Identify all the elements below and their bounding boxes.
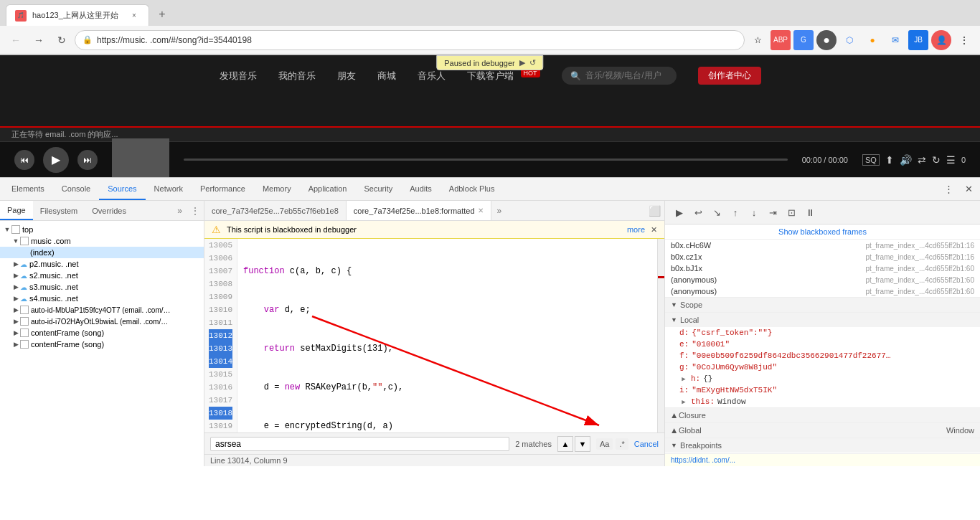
ext-button-3[interactable]: ● (862, 30, 882, 50)
local-f[interactable]: f: "00e0b509f6259df8642dbc35662901477df2… (665, 350, 980, 361)
tab-network[interactable]: Network (146, 178, 192, 200)
code-tab-2-close[interactable]: ✕ (478, 207, 484, 214)
local-g[interactable]: g: "0CoJUm6Qyw8W8jud" (665, 361, 980, 373)
devtools-settings-button[interactable]: ⋮ (940, 181, 957, 198)
local-this-expand[interactable]: ▶ (679, 398, 688, 406)
search-regex-button[interactable]: .* (616, 438, 628, 450)
local-e[interactable]: e: "010001" (665, 339, 980, 350)
tree-top[interactable]: ▼ top (0, 224, 204, 235)
progress-bar[interactable] (184, 159, 788, 161)
search-next-button[interactable]: ▼ (575, 436, 590, 452)
share-icon[interactable]: ⬆ (885, 154, 894, 166)
tab-close-button[interactable]: × (128, 10, 140, 22)
file-panel-tab-filesystem[interactable]: Filesystem (33, 201, 85, 220)
tree-music-com[interactable]: ▼ music .com (0, 235, 204, 247)
tab-console[interactable]: Console (53, 178, 99, 200)
local-header[interactable]: ▼ Local (665, 313, 980, 327)
tab-security[interactable]: Security (355, 178, 401, 200)
creator-btn[interactable]: 创作者中心 (698, 67, 761, 85)
file-panel-tab-page[interactable]: Page (0, 201, 33, 220)
active-tab[interactable]: 🎵 hao123_上网从这里开始 × (6, 4, 149, 26)
callstack-b0x-cHc6W[interactable]: b0x.cHc6W pt_frame_index_...4cd655ff2b1:… (665, 240, 980, 251)
prev-button[interactable]: ⏮ (14, 150, 34, 170)
breakpoints-header[interactable]: ▼ Breakpoints (665, 438, 980, 453)
ext-button-4[interactable]: ✉ (885, 30, 905, 50)
tree-s4[interactable]: ▶ ☁ s4.music. .net (0, 293, 204, 304)
closure-header[interactable]: ▶ Closure (665, 408, 980, 422)
tree-autoid-i7[interactable]: ▶ auto-id-i7O2HAyOtL9bwiaL (email. .com/… (0, 316, 204, 327)
file-panel-action[interactable]: ⋮ (187, 201, 204, 220)
reload-button[interactable]: ↻ (52, 30, 72, 50)
code-tab-2[interactable]: core_7a734ef25e...b1e8:formatted ✕ (347, 201, 491, 220)
tab-performance[interactable]: Performance (192, 178, 254, 200)
new-tab-button[interactable]: + (152, 4, 172, 24)
back-button[interactable]: ← (6, 30, 26, 50)
blackbox-more-link[interactable]: more (627, 225, 645, 234)
local-h-expand[interactable]: ▶ (679, 375, 688, 383)
local-i[interactable]: i: "mEXygHtNW5dxT5IK" (665, 384, 980, 396)
translate-button[interactable]: G (793, 30, 814, 50)
local-h[interactable]: ▶ h: {} (665, 373, 980, 384)
tree-checkbox-mb[interactable] (20, 306, 29, 314)
search-case-button[interactable]: Aa (596, 438, 613, 450)
step-over-icon[interactable]: ↺ (529, 58, 536, 67)
search-cancel-button[interactable]: Cancel (634, 440, 659, 448)
debug-step-button[interactable]: ↓ (745, 204, 763, 221)
code-content[interactable]: function c(a, b, c) { var d, e; return s… (237, 239, 664, 432)
search-input[interactable] (210, 437, 509, 451)
blackbox-frames-link[interactable]: Show blackboxed frames (665, 224, 980, 240)
code-tab-more[interactable]: » (491, 206, 508, 216)
tree-checkbox-top[interactable] (11, 225, 20, 234)
tree-checkbox-cf2[interactable] (20, 340, 29, 349)
debug-resume-button[interactable]: ▶ (671, 204, 688, 221)
scope-header[interactable]: ▼ Scope (665, 298, 980, 312)
menu-button[interactable]: ⋮ (954, 30, 974, 50)
nav-musician[interactable]: 音乐人 (418, 70, 446, 82)
local-this[interactable]: ▶ this: Window (665, 396, 980, 407)
forward-button[interactable]: → (29, 30, 49, 50)
nav-download[interactable]: 下载客户端 (467, 70, 514, 82)
file-panel-more[interactable]: » (173, 201, 187, 220)
callstack-b0x-bJ1x[interactable]: b0x.bJ1x pt_frame_index_...4cd655ff2b1:6… (665, 263, 980, 274)
code-tab-1[interactable]: core_7a734ef25e...7eb55c7f6eb1e8 (204, 201, 347, 220)
local-d[interactable]: d: {"csrf_token":""} (665, 327, 980, 339)
tree-s3[interactable]: ▶ ☁ s3.music. .net (0, 281, 204, 293)
jb-button[interactable]: JB (908, 30, 928, 50)
debug-stepover-button[interactable]: ↩ (689, 204, 707, 221)
debug-async-button[interactable]: ⏸ (801, 204, 819, 221)
tab-elements[interactable]: Elements (3, 178, 53, 200)
callstack-b0x-cz1x[interactable]: b0x.cz1x pt_frame_index_...4cd655ff2b1:1… (665, 251, 980, 263)
nav-shop[interactable]: 商城 (377, 70, 396, 82)
global-header[interactable]: ▶ Global Window (665, 423, 980, 438)
volume-icon[interactable]: 🔊 (900, 154, 912, 166)
debug-stepinto-button[interactable]: ↘ (708, 204, 725, 221)
tab-sources[interactable]: Sources (99, 178, 145, 200)
debug-stepout-button[interactable]: ↑ (727, 204, 744, 221)
tree-s2[interactable]: ▶ ☁ s2.music. .net (0, 270, 204, 281)
tab-adblock[interactable]: Adblock Plus (440, 178, 504, 200)
address-bar[interactable]: 🔒 https://music. .com/#/song?id=35440198 (75, 30, 745, 50)
tab-audits[interactable]: Audits (401, 178, 440, 200)
shuffle-icon[interactable]: ⇄ (918, 154, 926, 166)
next-button[interactable]: ⏭ (77, 150, 98, 170)
tree-index[interactable]: (index) (0, 247, 204, 258)
ext-button-1[interactable]: ● (816, 30, 837, 50)
tree-contentframe-2[interactable]: ▶ contentFrame (song) (0, 339, 204, 350)
code-body[interactable]: 13005 13006 13007 13008 13009 13010 1301… (204, 239, 664, 432)
callstack-anon-1[interactable]: (anonymous) pt_frame_index_...4cd655ff2b… (665, 274, 980, 285)
tree-checkbox-cf1[interactable] (20, 328, 29, 337)
music-search[interactable]: 🔍 音乐/视频/电台/用户 (562, 67, 677, 85)
file-panel-tab-overrides[interactable]: Overrides (85, 201, 133, 220)
callstack-anon-2[interactable]: (anonymous) pt_frame_index_...4cd655ff2b… (665, 285, 980, 297)
bookmark-button[interactable]: ☆ (748, 30, 768, 50)
search-prev-button[interactable]: ▲ (557, 436, 573, 452)
blackbox-close-button[interactable]: ✕ (651, 225, 657, 235)
tree-checkbox-music[interactable] (20, 237, 29, 245)
tree-p2[interactable]: ▶ ☁ p2.music. .net (0, 258, 204, 270)
devtools-close-button[interactable]: ✕ (960, 181, 977, 198)
resume-icon[interactable]: ▶ (519, 58, 525, 67)
nav-mymusic[interactable]: 我的音乐 (278, 70, 316, 82)
nav-discover[interactable]: 发现音乐 (220, 70, 257, 82)
code-maximize-button[interactable]: ⬜ (644, 201, 664, 221)
debug-deactivate-button[interactable]: ⇥ (764, 204, 781, 221)
